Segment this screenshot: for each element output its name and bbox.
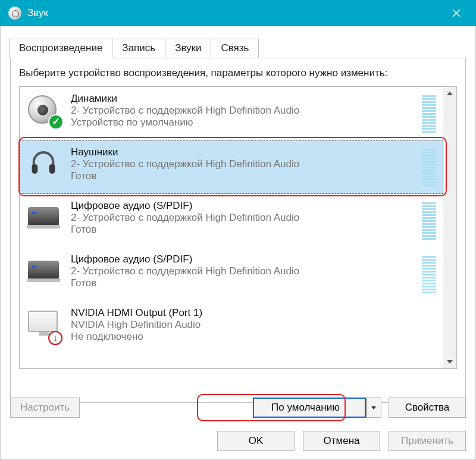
- level-meter: [422, 202, 436, 240]
- window-title: Звук: [27, 7, 439, 19]
- instruction-text: Выберите устройство воспроизведения, пар…: [19, 67, 457, 80]
- apply-button[interactable]: Применить: [389, 431, 466, 451]
- level-meter: [422, 149, 436, 186]
- level-meter: [422, 256, 436, 293]
- device-title: NVIDIA HDMI Output (Port 1): [71, 307, 439, 319]
- close-button[interactable]: [439, 0, 474, 26]
- titlebar: Звук: [0, 0, 476, 26]
- device-title: Динамики: [71, 93, 418, 105]
- device-row-hdmi[interactable]: ↓ NVIDIA HDMI Output (Port 1) NVIDIA Hig…: [20, 301, 443, 355]
- optical-icon: [28, 201, 61, 234]
- device-title: Цифровое аудио (S/PDIF): [71, 200, 418, 212]
- default-check-badge: ✓: [48, 114, 64, 130]
- tab-recording[interactable]: Запись: [112, 39, 165, 58]
- tab-sounds[interactable]: Звуки: [165, 39, 211, 58]
- tab-comm[interactable]: Связь: [211, 39, 259, 58]
- device-status: Готов: [71, 224, 418, 236]
- device-desc: 2- Устройство с поддержкой High Definiti…: [71, 265, 418, 277]
- device-status: Не подключено: [71, 331, 439, 343]
- cancel-button[interactable]: Отмена: [303, 431, 380, 451]
- device-title: Цифровое аудио (S/PDIF): [71, 254, 418, 265]
- configure-button[interactable]: Настроить: [10, 398, 80, 418]
- tab-panel-playback: Выберите устройство воспроизведения, пар…: [10, 58, 466, 403]
- list-scrollbar[interactable]: [443, 87, 456, 368]
- properties-button[interactable]: Свойства: [389, 398, 466, 418]
- ok-button[interactable]: OK: [217, 431, 295, 451]
- sound-app-icon: [8, 7, 21, 20]
- device-list: ✓ Динамики 2- Устройство с поддержкой Hi…: [19, 86, 457, 369]
- tab-playback[interactable]: Воспроизведение: [9, 39, 112, 58]
- device-status: Устройство по умолчанию: [71, 117, 418, 129]
- scroll-down-icon[interactable]: [443, 355, 456, 368]
- level-meter: [422, 95, 436, 133]
- monitor-icon: ↓: [28, 308, 61, 342]
- device-row-headphones[interactable]: Наушники 2- Устройство с поддержкой High…: [20, 140, 443, 194]
- disconnected-badge: ↓: [48, 331, 62, 345]
- tab-strip: Воспроизведение Запись Звуки Связь: [9, 38, 466, 58]
- device-row-spdif-1[interactable]: Цифровое аудио (S/PDIF) 2- Устройство с …: [20, 194, 443, 248]
- scroll-up-icon[interactable]: [443, 87, 456, 100]
- dialog-body: Воспроизведение Запись Звуки Связь Выбер…: [0, 26, 476, 460]
- device-row-spdif-2[interactable]: Цифровое аудио (S/PDIF) 2- Устройство с …: [20, 248, 443, 301]
- svg-rect-1: [49, 164, 55, 174]
- set-default-button[interactable]: По умолчанию: [253, 398, 366, 418]
- optical-icon: [28, 255, 61, 288]
- device-row-speakers[interactable]: ✓ Динамики 2- Устройство с поддержкой Hi…: [20, 87, 443, 140]
- device-desc: 2- Устройство с поддержкой High Definiti…: [71, 212, 418, 224]
- chevron-down-icon: [371, 406, 376, 409]
- device-status: Готов: [71, 277, 418, 289]
- speaker-icon: ✓: [28, 94, 61, 127]
- set-default-dropdown[interactable]: [366, 398, 381, 418]
- device-status: Готов: [71, 170, 418, 182]
- device-desc: NVIDIA High Definition Audio: [71, 319, 439, 331]
- device-desc: 2- Устройство с поддержкой High Definiti…: [71, 158, 418, 170]
- headphones-icon: [28, 148, 61, 181]
- scroll-track[interactable]: [443, 100, 456, 355]
- device-desc: 2- Устройство с поддержкой High Definiti…: [71, 105, 418, 117]
- svg-rect-0: [32, 164, 38, 174]
- device-title: Наушники: [71, 146, 418, 158]
